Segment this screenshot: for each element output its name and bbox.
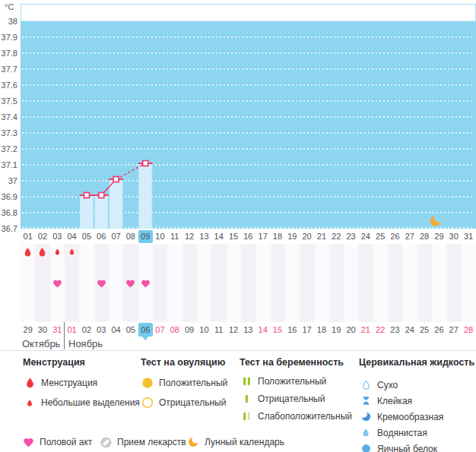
date-cell[interactable]: 16	[285, 323, 300, 337]
date-cell[interactable]: 24	[402, 323, 417, 337]
cycle-day-cell[interactable]: 27	[402, 230, 417, 243]
cycle-day-cell[interactable]: 01	[21, 230, 35, 243]
cycle-day-cell[interactable]: 31	[461, 230, 475, 243]
legend-item-label: Клейкая	[377, 396, 412, 406]
date-cell[interactable]: 06	[138, 323, 153, 337]
date-cell[interactable]: 21	[358, 323, 373, 337]
cycle-day-cell[interactable]: 03	[50, 230, 65, 243]
date-cell[interactable]: 17	[300, 323, 314, 337]
cycle-day-cell[interactable]: 08	[123, 230, 138, 243]
date-cell[interactable]: 04	[109, 323, 123, 337]
date-cell[interactable]: 12	[226, 323, 240, 337]
cycle-day-cell[interactable]: 07	[109, 230, 123, 243]
cycle-day-cell[interactable]: 18	[270, 230, 284, 243]
cycle-day-cell[interactable]: 04	[65, 230, 79, 243]
legend-item-label: Сухо	[377, 380, 398, 390]
y-axis-tick: 37	[0, 175, 17, 186]
cycle-day-cell[interactable]: 12	[182, 230, 196, 243]
crescent-cream-icon	[359, 411, 373, 422]
legend-item: Лунный календарь	[186, 435, 284, 450]
cycle-day-cell[interactable]: 06	[94, 230, 109, 243]
cycle-day-cell[interactable]: 21	[314, 230, 328, 243]
cycle-day-cell[interactable]: 29	[432, 230, 446, 243]
heart-icon	[21, 437, 35, 448]
date-cell[interactable]: 25	[417, 323, 431, 337]
cycle-day-cell[interactable]: 17	[255, 230, 270, 243]
date-cell[interactable]: 19	[329, 323, 344, 337]
cycle-day-cell[interactable]: 24	[358, 230, 373, 243]
temperature-marker[interactable]	[113, 177, 119, 182]
cycle-day-cell[interactable]: 10	[153, 230, 167, 243]
bar-one-icon	[240, 393, 253, 405]
date-cell[interactable]: 03	[94, 323, 109, 337]
temperature-bar	[80, 195, 93, 229]
date-cell[interactable]: 11	[211, 323, 226, 337]
cycle-day-cell[interactable]: 13	[197, 230, 211, 243]
legend-group-title: Тест на беременность	[240, 357, 352, 369]
temperature-marker[interactable]	[99, 193, 104, 198]
cycle-day-cell[interactable]: 16	[241, 230, 255, 243]
calendar-strip: 2930310102030405060708091011121314151617…	[21, 322, 476, 350]
date-cell[interactable]: 22	[373, 323, 388, 337]
section-divider	[0, 350, 476, 351]
pill-icon	[99, 436, 113, 449]
date-cell[interactable]: 15	[270, 323, 284, 337]
y-axis-tick: 37.8	[0, 48, 17, 58]
date-cell[interactable]: 26	[432, 323, 446, 337]
legend-item: Положительный	[240, 374, 352, 389]
temperature-unit-label: °C	[5, 2, 14, 11]
date-cell[interactable]: 10	[197, 323, 211, 337]
circle-outline-icon	[141, 397, 154, 409]
cycle-day-cell[interactable]: 25	[373, 230, 388, 243]
date-cell[interactable]: 05	[123, 323, 138, 337]
date-cell[interactable]: 02	[79, 323, 94, 337]
temperature-marker[interactable]	[143, 161, 148, 166]
date-cell[interactable]: 27	[446, 323, 461, 337]
cycle-day-cell[interactable]: 09	[138, 230, 153, 243]
cycle-day-cell[interactable]: 28	[417, 230, 431, 243]
month-label: Октябрь	[22, 338, 60, 349]
cycle-day-cell[interactable]: 26	[388, 230, 402, 243]
cycle-day-cell[interactable]: 22	[329, 230, 344, 243]
date-cell[interactable]: 13	[241, 323, 255, 337]
month-label: Ноябрь	[68, 338, 103, 349]
cycle-day-cell[interactable]: 30	[446, 230, 461, 243]
date-cell[interactable]: 08	[167, 323, 182, 337]
cycle-day-cell[interactable]: 19	[285, 230, 300, 243]
temperature-marker[interactable]	[84, 193, 89, 198]
date-cell[interactable]: 29	[21, 323, 35, 337]
cycle-day-cell[interactable]: 02	[35, 230, 49, 243]
legend-item: Отрицательный	[240, 391, 352, 406]
cycle-day-cell[interactable]: 15	[226, 230, 240, 243]
legend-item: Небольшие выделения	[23, 395, 140, 410]
cycle-day-cell[interactable]: 23	[344, 230, 358, 243]
date-cell[interactable]: 07	[153, 323, 167, 337]
date-cell[interactable]: 23	[388, 323, 402, 337]
y-axis-tick: 36.9	[0, 191, 17, 202]
date-cell[interactable]: 30	[35, 323, 49, 337]
cycle-day-cell[interactable]: 20	[300, 230, 314, 243]
intercourse-heart-icon	[96, 279, 107, 289]
date-cell[interactable]: 18	[314, 323, 328, 337]
y-axis-tick: 37.7	[0, 64, 17, 74]
legend-group-title: Цервикальная жидкость	[359, 357, 474, 369]
legend-item-label: Прием лекарств	[117, 437, 186, 447]
legend-item: Клейкая	[359, 394, 474, 407]
temperature-bar	[95, 195, 108, 229]
date-cell[interactable]: 14	[255, 323, 270, 337]
legend-item-label: Водянистая	[377, 428, 427, 438]
date-cell[interactable]: 20	[344, 323, 358, 337]
above-range-band	[21, 5, 476, 22]
y-axis-tick: 37.2	[0, 144, 17, 154]
cycle-day-cell[interactable]: 05	[79, 230, 94, 243]
cycle-day-cell[interactable]: 14	[211, 230, 226, 243]
date-cell[interactable]: 28	[461, 323, 475, 337]
legend-group: Тест на овуляциюПоложительныйОтрицательн…	[141, 357, 227, 410]
date-cell[interactable]: 01	[65, 323, 79, 337]
cycle-day-axis: 0102030405060708091011121314151617181920…	[21, 230, 476, 243]
date-row: 2930310102030405060708091011121314151617…	[21, 323, 476, 337]
bbt-chart-svg	[21, 4, 476, 229]
date-cell[interactable]: 31	[50, 323, 65, 337]
cycle-day-cell[interactable]: 11	[167, 230, 182, 243]
date-cell[interactable]: 09	[182, 323, 196, 337]
